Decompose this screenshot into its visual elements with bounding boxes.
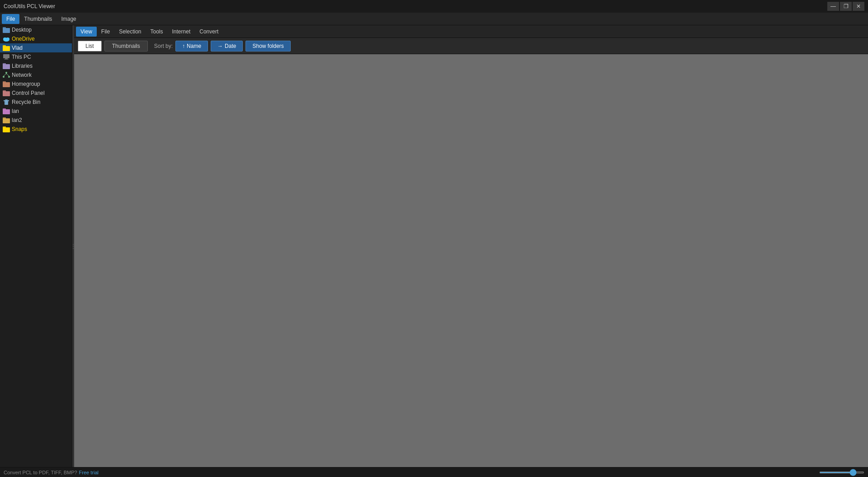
sidebar-item-recyclebin[interactable]: Recycle Bin bbox=[0, 98, 72, 107]
svg-point-17 bbox=[8, 76, 10, 78]
sidebar-item-onedrive[interactable]: OneDrive bbox=[0, 34, 72, 43]
sort-up-icon: ↑ bbox=[182, 43, 185, 49]
menu-file[interactable]: File bbox=[2, 14, 19, 24]
svg-rect-11 bbox=[4, 59, 9, 60]
svg-rect-25 bbox=[3, 90, 6, 92]
status-static-text: Convert PCL to PDF, TIFF, BMP? bbox=[4, 470, 77, 475]
app-title: CoolUtils PCL Viewer bbox=[4, 3, 55, 9]
restore-button[interactable]: ❐ bbox=[840, 2, 852, 11]
sort-by-label: Sort by: bbox=[154, 43, 173, 49]
svg-rect-22 bbox=[3, 81, 6, 83]
thispc-icon bbox=[3, 54, 10, 60]
svg-point-15 bbox=[5, 72, 7, 74]
submenu-file[interactable]: File bbox=[97, 27, 114, 37]
sidebar-item-label-libraries: Libraries bbox=[12, 63, 33, 69]
sidebar-item-label-recyclebin: Recycle Bin bbox=[12, 99, 40, 105]
view-toolbar: List Thumbnails Sort by: ↑ Name → Date S… bbox=[74, 38, 868, 54]
thumbnails-view-button[interactable]: Thumbnails bbox=[104, 41, 148, 51]
menu-image[interactable]: Image bbox=[57, 14, 80, 24]
submenu-internet[interactable]: Internet bbox=[168, 27, 195, 37]
submenu-tools[interactable]: Tools bbox=[146, 27, 168, 37]
close-button[interactable]: ✕ bbox=[853, 2, 864, 11]
sidebar-item-thispc[interactable]: This PC bbox=[0, 52, 72, 61]
sort-name-label: Name bbox=[187, 43, 201, 49]
recyclebin-icon bbox=[3, 99, 10, 105]
svg-rect-36 bbox=[3, 117, 6, 119]
sidebar: Desktop OneDrive Vlad This PC Libraries bbox=[0, 25, 72, 467]
svg-rect-2 bbox=[3, 27, 6, 29]
sort-date-label: Date bbox=[225, 43, 236, 49]
sidebar-item-label-onedrive: OneDrive bbox=[12, 36, 35, 42]
controlpanel-icon bbox=[3, 90, 10, 96]
sidebar-item-label-homegroup: Homegroup bbox=[12, 81, 40, 87]
content-area: View File Selection Tools Internet Conve… bbox=[74, 25, 868, 467]
libraries-icon bbox=[3, 63, 10, 69]
sort-by-name-button[interactable]: ↑ Name bbox=[175, 41, 208, 51]
free-trial-link[interactable]: Free trial bbox=[79, 470, 99, 475]
homegroup-icon bbox=[3, 81, 10, 87]
zoom-slider[interactable] bbox=[819, 472, 864, 473]
submenu-selection[interactable]: Selection bbox=[114, 27, 146, 37]
svg-rect-27 bbox=[4, 100, 9, 101]
sidebar-item-label-thispc: This PC bbox=[12, 54, 31, 60]
sidebar-item-label-controlpanel: Control Panel bbox=[12, 90, 45, 96]
sidebar-item-controlpanel[interactable]: Control Panel bbox=[0, 89, 72, 98]
sidebar-item-label-network: Network bbox=[12, 72, 32, 78]
svg-rect-9 bbox=[3, 54, 9, 58]
network-icon bbox=[3, 72, 10, 78]
svg-rect-39 bbox=[3, 126, 6, 128]
sidebar-item-label-lan2: lan2 bbox=[12, 117, 22, 123]
svg-point-5 bbox=[6, 37, 9, 40]
file-area[interactable] bbox=[74, 54, 868, 467]
svg-rect-14 bbox=[3, 63, 6, 65]
svg-line-19 bbox=[6, 74, 9, 76]
main-area: Desktop OneDrive Vlad This PC Libraries bbox=[0, 25, 868, 467]
menubar: File Thumbnails Image bbox=[0, 13, 868, 25]
sidebar-item-snaps[interactable]: Snaps bbox=[0, 125, 72, 134]
svg-rect-26 bbox=[5, 101, 8, 105]
sidebar-item-label-desktop: Desktop bbox=[12, 27, 32, 33]
submenu-view[interactable]: View bbox=[76, 27, 97, 37]
sidebar-item-libraries[interactable]: Libraries bbox=[0, 61, 72, 70]
list-view-button[interactable]: List bbox=[78, 41, 102, 51]
submenu-convert[interactable]: Convert bbox=[195, 27, 223, 37]
sidebar-item-label-vlad: Vlad bbox=[12, 45, 23, 51]
svg-rect-33 bbox=[3, 108, 6, 110]
svg-point-16 bbox=[3, 76, 5, 78]
show-folders-button[interactable]: Show folders bbox=[245, 41, 290, 51]
sidebar-item-network[interactable]: Network bbox=[0, 70, 72, 80]
zoom-control bbox=[819, 472, 864, 473]
onedrive-icon bbox=[3, 36, 10, 42]
menu-thumbnails[interactable]: Thumbnails bbox=[19, 14, 57, 24]
svg-line-18 bbox=[4, 74, 6, 76]
minimize-button[interactable]: — bbox=[827, 2, 839, 11]
vlad-icon bbox=[3, 45, 10, 51]
statusbar: Convert PCL to PDF, TIFF, BMP? Free tria… bbox=[0, 467, 868, 477]
sidebar-splitter[interactable] bbox=[72, 25, 74, 467]
sort-by-date-button[interactable]: → Date bbox=[211, 41, 243, 51]
sidebar-item-label-lan: lan bbox=[12, 108, 19, 114]
desktop-icon bbox=[3, 27, 10, 33]
svg-rect-28 bbox=[5, 99, 8, 100]
svg-rect-8 bbox=[3, 45, 6, 47]
sidebar-item-homegroup[interactable]: Homegroup bbox=[0, 80, 72, 89]
window-controls: — ❐ ✕ bbox=[827, 2, 864, 11]
sidebar-item-lan2[interactable]: lan2 bbox=[0, 116, 72, 125]
sidebar-item-label-snaps: Snaps bbox=[12, 126, 27, 132]
sidebar-item-lan[interactable]: lan bbox=[0, 107, 72, 116]
sort-arrow-icon: → bbox=[217, 43, 223, 49]
svg-rect-10 bbox=[5, 58, 8, 59]
lan-icon bbox=[3, 108, 10, 114]
lan2-icon bbox=[3, 117, 10, 123]
snaps-icon bbox=[3, 126, 10, 132]
titlebar: CoolUtils PCL Viewer — ❐ ✕ bbox=[0, 0, 868, 13]
sidebar-item-desktop[interactable]: Desktop bbox=[0, 25, 72, 34]
sidebar-item-vlad[interactable]: Vlad bbox=[0, 43, 72, 52]
